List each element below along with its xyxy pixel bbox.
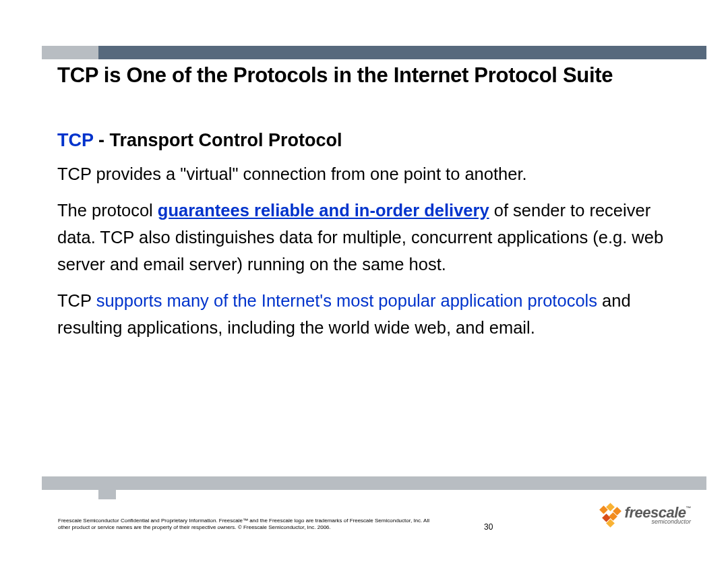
header-bar <box>98 46 706 59</box>
paragraph-3: TCP supports many of the Internet's most… <box>57 287 688 341</box>
footer-notch <box>98 490 116 499</box>
logo-tm: ™ <box>686 505 692 511</box>
subtitle-rest: - Transport Control Protocol <box>98 130 342 150</box>
content-area: TCP - Transport Control Protocol TCP pro… <box>57 130 688 350</box>
header-accent-block <box>42 46 98 59</box>
footer-bar <box>42 476 706 490</box>
paragraph-1: TCP provides a "virtual" connection from… <box>57 160 688 187</box>
p2-pre: The protocol <box>57 201 158 220</box>
freescale-logo-icon <box>598 504 621 527</box>
p2-link: guarantees reliable and in-order deliver… <box>158 201 489 220</box>
slide-title: TCP is One of the Protocols in the Inter… <box>57 63 694 88</box>
paragraph-2: The protocol guarantees reliable and in-… <box>57 197 688 278</box>
logo-text-wrap: freescale™ semiconductor <box>625 506 691 526</box>
page-number: 30 <box>484 522 493 532</box>
logo-sub-text: semiconductor <box>651 518 691 525</box>
footer-logo: freescale™ semiconductor <box>598 504 691 527</box>
logo-main-text: freescale™ <box>625 506 691 520</box>
subtitle-accent: TCP <box>57 130 98 150</box>
p3-blue: supports many of the Internet's most pop… <box>96 291 597 310</box>
subtitle: TCP - Transport Control Protocol <box>57 130 688 151</box>
footer-legal: Freescale Semiconductor Confidential and… <box>58 518 442 531</box>
p3-pre: TCP <box>57 291 96 310</box>
